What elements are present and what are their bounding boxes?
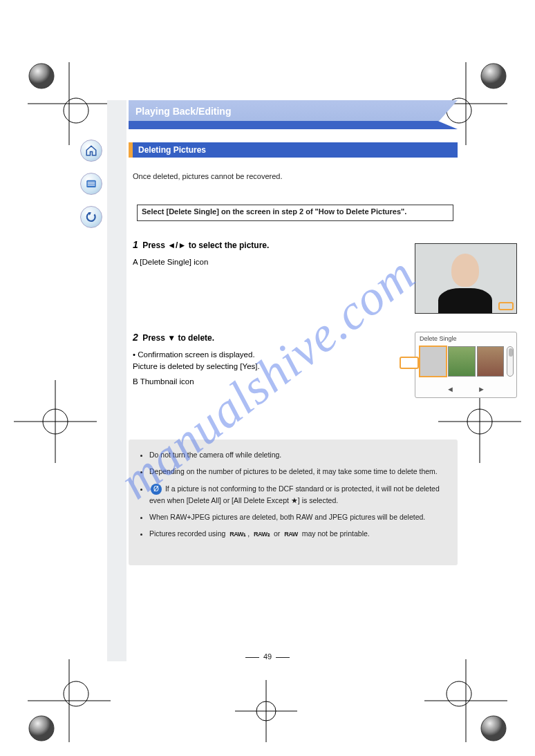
step-1-sub: A [Delete Single] icon: [133, 256, 333, 268]
callout-badge-a: [498, 302, 514, 310]
intro-text: Once deleted, pictures cannot be recover…: [133, 171, 458, 182]
page-number-value: 49: [263, 652, 272, 661]
svg-rect-27: [88, 183, 95, 184]
thumbnail-item[interactable]: [448, 346, 475, 377]
note-item: Depending on the number of pictures to b…: [149, 466, 447, 477]
step-2-line-1: • Confirmation screen is displayed.: [133, 349, 333, 361]
note-item: Ø If a picture is not conforming to the …: [149, 483, 447, 506]
step-1-num: 1: [133, 239, 138, 250]
raw1-icon: RAW₁: [229, 530, 245, 540]
svg-point-3: [64, 98, 88, 123]
step-1-title: Press ◄/► to select the picture.: [142, 240, 269, 250]
thumbnail-strip: Delete Single ◄ ►: [415, 332, 517, 398]
back-icon[interactable]: [80, 206, 102, 228]
svg-rect-26: [88, 182, 95, 182]
chapter-header: Playing Back/Editing: [129, 100, 458, 122]
note-text: If a picture is not conforming to the DC…: [149, 484, 440, 504]
section-title: Deleting Pictures: [133, 145, 206, 155]
svg-point-20: [481, 716, 506, 741]
section-header: Deleting Pictures: [129, 142, 458, 158]
step-2-line-2: Picture is deleted by selecting [Yes].: [133, 361, 333, 372]
thumbnail-label: Delete Single: [420, 335, 457, 342]
step-2: 2 Press ▼ to delete. • Confirmation scre…: [133, 330, 333, 388]
menu-icon[interactable]: [80, 173, 102, 195]
preview-image: [415, 243, 517, 314]
registration-mark: [28, 659, 111, 742]
registration-mark: [14, 380, 97, 463]
raw2-icon: RAW₂: [254, 530, 270, 540]
thumbnail-item[interactable]: [477, 346, 504, 377]
svg-rect-28: [88, 185, 95, 186]
step-2-num: 2: [133, 332, 138, 343]
nav-next-icon[interactable]: ►: [478, 385, 485, 393]
instruction-box: Select [Delete Single] on the screen in …: [137, 205, 453, 221]
note-item: When RAW+JPEG pictures are deleted, both…: [149, 511, 447, 522]
registration-mark: [424, 659, 507, 742]
page-number: 49: [0, 652, 535, 661]
note-text-suffix: may not be printable.: [302, 529, 370, 538]
nav-prev-icon[interactable]: ◄: [447, 385, 454, 393]
svg-point-21: [447, 681, 471, 706]
svg-point-16: [29, 716, 54, 741]
note-item: Pictures recorded using RAW₁, RAW₂ or RA…: [149, 528, 447, 539]
raw3-icon: RAW: [284, 530, 298, 540]
person-illustration: [438, 249, 493, 314]
sidebar-nav: [80, 140, 102, 228]
chapter-header-accent: [129, 121, 458, 129]
svg-point-2: [29, 64, 54, 88]
registration-mark: [235, 680, 297, 742]
thumbnail-scrollbar[interactable]: [507, 346, 514, 377]
protect-icon: Ø: [151, 484, 162, 495]
sidebar-strip: [107, 100, 126, 661]
step-2-title: Press ▼ to delete.: [142, 333, 214, 343]
registration-mark: [28, 62, 111, 145]
note-text-prefix: Pictures recorded using: [149, 529, 227, 538]
thumbnail-item-selected[interactable]: [420, 346, 447, 377]
chapter-title: Playing Back/Editing: [135, 106, 231, 117]
notes-box: Do not turn the camera off while deletin…: [129, 440, 458, 565]
step-2-line-3: B Thumbnail icon: [133, 376, 333, 388]
home-icon[interactable]: [80, 140, 102, 162]
note-item: Do not turn the camera off while deletin…: [149, 449, 447, 460]
svg-point-6: [481, 64, 506, 88]
instruction-box-label: Select [Delete Single] on the screen in …: [142, 207, 406, 216]
step-1: 1 Press ◄/► to select the picture. A [De…: [133, 238, 333, 268]
svg-point-17: [64, 681, 88, 706]
